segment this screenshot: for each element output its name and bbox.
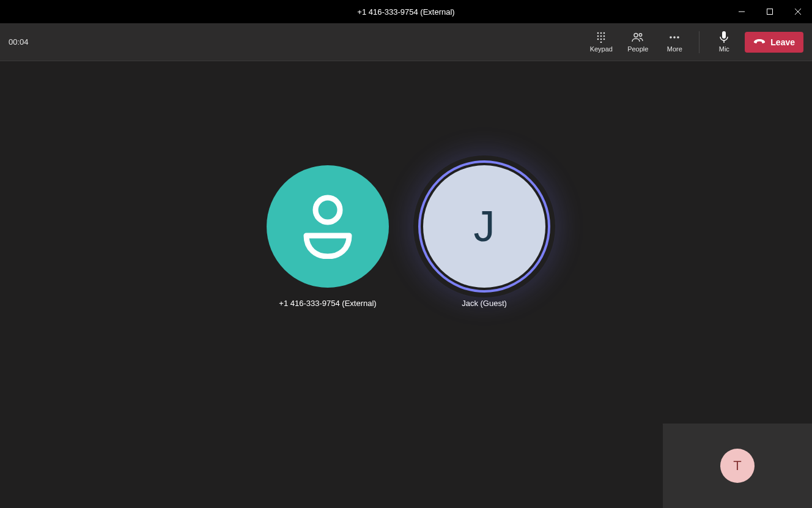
svg-point-12 — [603, 39, 605, 40]
maximize-icon — [766, 8, 773, 15]
close-icon — [794, 8, 802, 15]
svg-point-6 — [603, 32, 605, 34]
svg-point-21 — [316, 198, 340, 222]
svg-point-10 — [597, 39, 599, 40]
toolbar-right: Keypad People More — [585, 26, 803, 59]
more-button[interactable]: More — [659, 26, 690, 59]
call-toolbar: 00:04 Keypad — [0, 23, 812, 61]
hangup-icon — [753, 37, 766, 47]
people-button[interactable]: People — [622, 26, 654, 59]
svg-rect-1 — [767, 9, 773, 15]
more-icon — [669, 31, 680, 43]
svg-point-13 — [600, 42, 602, 43]
participant-name: +1 416-333-9754 (External) — [279, 299, 376, 308]
person-icon — [297, 192, 358, 261]
avatar: J — [423, 165, 545, 288]
svg-point-14 — [634, 34, 638, 37]
maximize-button[interactable] — [756, 0, 784, 23]
participants-row: +1 416-333-9754 (External) J Jack (Guest… — [0, 165, 812, 308]
participant-name: Jack (Guest) — [462, 299, 507, 308]
mic-button[interactable]: Mic — [708, 26, 740, 59]
svg-point-11 — [600, 39, 602, 40]
svg-point-9 — [603, 35, 605, 37]
self-avatar-initial: T — [733, 458, 741, 474]
call-stage: +1 416-333-9754 (External) J Jack (Guest… — [0, 61, 812, 508]
mic-label: Mic — [719, 45, 729, 53]
close-button[interactable] — [784, 0, 812, 23]
minimize-button[interactable] — [728, 0, 756, 23]
svg-rect-19 — [722, 31, 726, 39]
people-icon — [632, 31, 644, 43]
keypad-label: Keypad — [590, 45, 613, 53]
svg-point-16 — [670, 36, 672, 39]
window-title: +1 416-333-9754 (External) — [0, 7, 812, 17]
leave-label: Leave — [770, 37, 795, 47]
minimize-icon — [738, 8, 745, 15]
participant-tile[interactable]: J Jack (Guest) — [423, 165, 545, 308]
participant-tile[interactable]: +1 416-333-9754 (External) — [267, 165, 389, 308]
keypad-button[interactable]: Keypad — [585, 26, 617, 59]
leave-button[interactable]: Leave — [745, 32, 803, 53]
self-avatar: T — [720, 449, 755, 483]
call-timer: 00:04 — [9, 37, 29, 47]
self-view[interactable]: T — [663, 424, 812, 508]
svg-point-8 — [600, 35, 602, 37]
avatar — [267, 165, 389, 288]
more-label: More — [667, 45, 682, 53]
people-label: People — [627, 45, 648, 53]
svg-point-17 — [673, 36, 676, 39]
keypad-icon — [596, 31, 606, 43]
avatar-initial: J — [474, 202, 495, 251]
svg-point-15 — [640, 34, 642, 36]
svg-point-18 — [677, 36, 679, 39]
svg-point-4 — [597, 32, 599, 34]
toolbar-divider — [699, 31, 699, 53]
svg-point-5 — [600, 32, 602, 34]
mic-icon — [720, 31, 728, 43]
window-titlebar: +1 416-333-9754 (External) — [0, 0, 812, 23]
svg-point-7 — [597, 35, 599, 37]
window-controls — [728, 0, 812, 23]
